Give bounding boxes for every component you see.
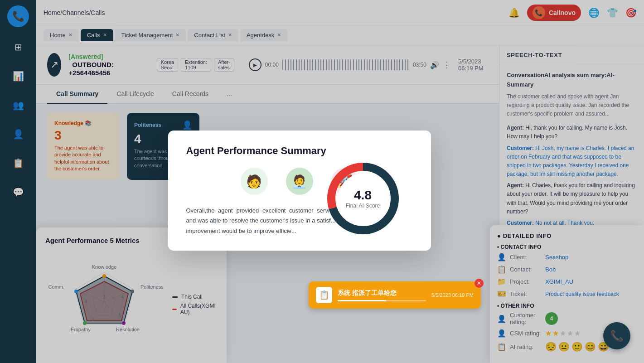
modal-icon-customer: 🧑 <box>241 168 268 195</box>
fab-call-button[interactable]: 📞 <box>603 322 630 349</box>
notif-progress-bar <box>338 300 386 301</box>
final-score: 4.8 <box>346 188 380 203</box>
modal-score-area: 4.8 Final AI-Score <box>322 158 404 239</box>
score-label: Final AI-Score <box>346 203 380 209</box>
notif-close-button[interactable]: ✕ <box>475 279 484 288</box>
notif-progress <box>338 300 426 301</box>
notif-icon: 📋 <box>316 287 332 303</box>
fab-icon: 📞 <box>610 329 624 342</box>
modal-summary-text: Overall,the agent provided excellent cus… <box>186 206 336 236</box>
notif-content: 系统 指派了工单给您 <box>338 289 426 301</box>
notif-time: 5/5/2023 06:19 PM <box>431 292 474 298</box>
agent-performance-modal: Agent Performance Summary 🧑 🧑‍💼 🚀 <box>168 131 431 250</box>
notification-popup: ✕ 📋 系统 指派了工单给您 5/5/2023 06:19 PM <box>309 281 481 309</box>
modal-icon-agent: 🧑‍💼 <box>286 168 313 195</box>
notif-title: 系统 指派了工单给您 <box>338 289 426 297</box>
donut-center: 4.8 Final AI-Score <box>346 188 380 209</box>
modal-title: Agent Performance Summary <box>186 145 413 157</box>
donut-chart: 4.8 Final AI-Score <box>322 158 404 239</box>
